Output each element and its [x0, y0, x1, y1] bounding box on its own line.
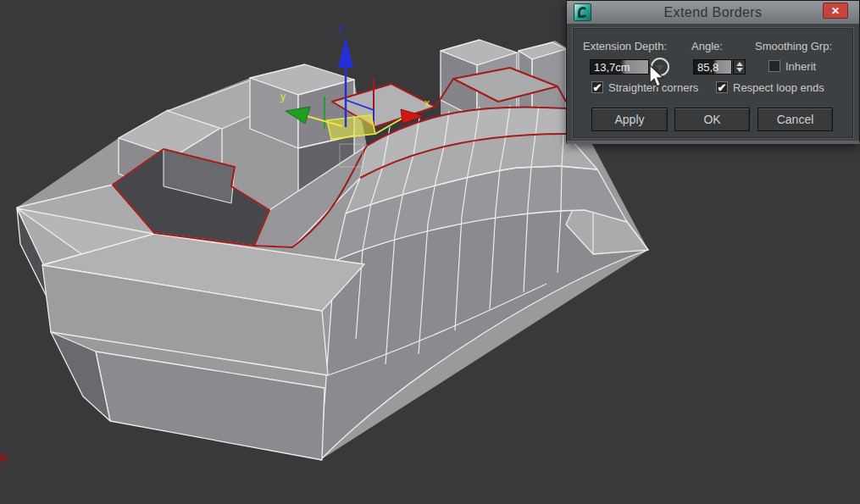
angle-spinner[interactable] [733, 59, 746, 75]
close-button[interactable]: ✕ [823, 3, 848, 19]
respect-loop-ends-label: Respect loop ends [733, 81, 824, 94]
smoothing-grp-label: Smoothing Grp: [755, 40, 832, 53]
max-viewport: z y x Extend Borders ✕ Extension Depth: … [0, 0, 860, 504]
spinner-down-icon[interactable] [736, 68, 743, 72]
inherit-checkbox[interactable] [768, 60, 780, 72]
extend-borders-dialog[interactable]: Extend Borders ✕ Extension Depth: Angle:… [566, 0, 860, 144]
dialog-titlebar[interactable]: Extend Borders ✕ [567, 1, 859, 24]
apply-button[interactable]: Apply [591, 108, 668, 131]
spinner-up-icon[interactable] [736, 62, 743, 66]
ok-button[interactable]: OK [674, 108, 750, 131]
inherit-label: Inherit [785, 60, 816, 73]
angle-label: Angle: [691, 40, 723, 53]
extension-depth-label: Extension Depth: [583, 40, 667, 53]
mouse-cursor [647, 64, 666, 90]
cancel-button[interactable]: Cancel [757, 108, 833, 131]
viewport-corner-mark [0, 454, 8, 462]
dialog-body: Extension Depth: Angle: Smoothing Grp: 1… [572, 27, 854, 139]
x-axis-label: x [424, 97, 430, 109]
angle-field[interactable]: 85,8 [693, 59, 732, 75]
respect-loop-ends-checkbox[interactable]: ✔ [716, 81, 728, 93]
z-axis-label: z [339, 22, 345, 35]
y-axis-label: y [280, 91, 286, 102]
straighten-corners-checkbox[interactable]: ✔ [591, 81, 603, 93]
gizmo-z-arrow[interactable] [338, 37, 353, 68]
dialog-title: Extend Borders [567, 5, 859, 20]
extension-depth-field[interactable]: 13,7cm [590, 59, 649, 75]
